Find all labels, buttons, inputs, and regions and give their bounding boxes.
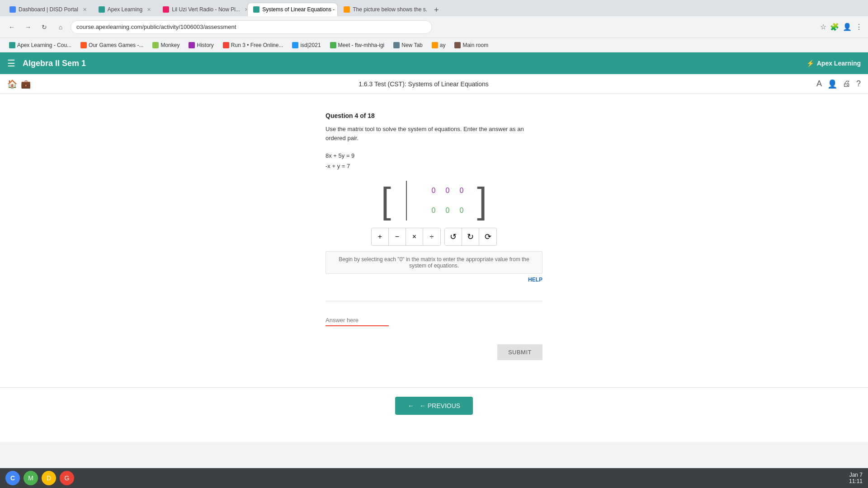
- tab-favicon-music: [163, 6, 169, 13]
- profile-icon[interactable]: 👤: [843, 23, 852, 31]
- arithmetic-operators: + − × ÷: [371, 228, 441, 246]
- tab-favicon-picture: [344, 6, 350, 13]
- app-title: Algebra II Sem 1: [23, 59, 807, 68]
- bookmark-monkey[interactable]: Monkey: [149, 41, 183, 49]
- main-content: Question 4 of 18 Use the matrix tool to …: [0, 94, 868, 442]
- question-container: Question 4 of 18 Use the matrix tool to …: [326, 112, 542, 296]
- tab-dashboard[interactable]: Dashboard | DISD Portal ✕: [4, 3, 93, 16]
- help-link[interactable]: HELP: [528, 277, 542, 283]
- taskbar: C M D G Jan 7 11:11: [0, 468, 868, 488]
- bookmark-run3[interactable]: Run 3 • Free Online...: [219, 41, 287, 49]
- tab-picture[interactable]: The picture below shows the s... ✕: [338, 3, 428, 16]
- tab-apex[interactable]: Apex Learning ✕: [93, 3, 157, 16]
- bookmark-favicon-meet: [330, 42, 336, 48]
- tab-favicon-dashboard: [9, 6, 16, 13]
- settings-icon[interactable]: ⋮: [855, 23, 863, 31]
- tab-bar: Dashboard | DISD Portal ✕ Apex Learning …: [0, 0, 868, 16]
- section-divider: [326, 301, 542, 301]
- app-header: ☰ Algebra II Sem 1 ⚡ Apex Learning: [0, 52, 868, 74]
- bookmark-favicon-apex: [9, 42, 15, 48]
- briefcase-icon[interactable]: 💼: [21, 79, 31, 89]
- address-icons: ☆ 🧩 👤 ⋮: [820, 23, 863, 31]
- taskbar-photos-icon[interactable]: G: [60, 471, 74, 485]
- address-bar: ← → ↻ ⌂ ☆ 🧩 👤 ⋮: [0, 16, 868, 38]
- tab-close-apex[interactable]: ✕: [147, 7, 151, 13]
- multiply-button[interactable]: ×: [406, 228, 423, 245]
- reset-button[interactable]: ⟳: [479, 228, 496, 245]
- bookmark-games[interactable]: Our Games Games -...: [77, 41, 147, 49]
- divide-button[interactable]: ÷: [423, 228, 440, 245]
- print-icon[interactable]: 🖨: [843, 79, 851, 89]
- apex-logo-icon: ⚡: [807, 60, 814, 67]
- bookmark-favicon-monkey: [152, 42, 159, 48]
- equation-2: -x + y = 7: [326, 161, 542, 171]
- bookmark-ay[interactable]: ay: [428, 41, 449, 49]
- bookmark-mainroom[interactable]: Main room: [451, 41, 492, 49]
- bookmarks-bar: Apex Learning - Cou... Our Games Games -…: [0, 38, 868, 52]
- tab-close-dashboard[interactable]: ✕: [83, 7, 87, 13]
- submit-button[interactable]: SUBMIT: [497, 344, 542, 360]
- tab-music[interactable]: Lil Uzi Vert Radio - Now Pl... ✕: [157, 3, 247, 16]
- content-header-title: 1.6.3 Test (CST): Systems of Linear Equa…: [38, 80, 809, 88]
- apex-logo: ⚡ Apex Learning: [807, 60, 861, 67]
- bookmark-meet[interactable]: Meet - ftw-mhha-igi: [326, 41, 388, 49]
- refresh-button[interactable]: ↻: [38, 21, 51, 33]
- matrix-cell-r1c3[interactable]: 0: [450, 182, 473, 199]
- matrix-area: [ 0 0 0 0 0 0 ]: [326, 181, 542, 221]
- forward-button[interactable]: →: [22, 21, 34, 33]
- answer-input[interactable]: [326, 315, 389, 326]
- new-tab-button[interactable]: +: [430, 4, 443, 16]
- home-nav-icon[interactable]: 🏠: [7, 79, 17, 89]
- equation-1: 8x + 5y = 9: [326, 150, 542, 161]
- back-button[interactable]: ←: [5, 21, 18, 33]
- bookmark-favicon-history: [189, 42, 195, 48]
- bookmark-favicon-ay: [432, 42, 438, 48]
- bookmark-star-icon[interactable]: ☆: [820, 23, 826, 31]
- question-instructions: Use the matrix tool to solve the system …: [326, 125, 542, 142]
- help-link-area: HELP: [326, 277, 542, 283]
- translate-icon[interactable]: A: [816, 79, 822, 89]
- add-button[interactable]: +: [372, 228, 389, 245]
- person-icon[interactable]: 👤: [827, 79, 837, 89]
- hamburger-menu-icon[interactable]: ☰: [7, 58, 15, 69]
- bookmark-favicon-mainroom: [454, 42, 461, 48]
- bookmark-history[interactable]: History: [185, 41, 217, 49]
- bookmark-favicon-isd: [292, 42, 298, 48]
- tab-favicon-linear: [253, 6, 259, 13]
- redo-button[interactable]: ↻: [462, 228, 479, 245]
- bookmark-apex[interactable]: Apex Learning - Cou...: [5, 41, 75, 49]
- history-operators: ↺ ↻ ⟳: [444, 228, 497, 246]
- operator-buttons: + − × ÷ ↺ ↻ ⟳: [326, 228, 542, 246]
- undo-button[interactable]: ↺: [445, 228, 462, 245]
- answer-section: [326, 315, 542, 326]
- content-header-left-icons: 🏠 💼: [7, 79, 31, 89]
- bookmark-isd[interactable]: isd|2021: [288, 41, 324, 49]
- taskbar-drive-icon[interactable]: D: [42, 471, 56, 485]
- matrix-wrapper: [ 0 0 0 0 0 0 ]: [381, 181, 487, 221]
- previous-button[interactable]: ← ← PREVIOUS: [395, 397, 473, 415]
- matrix-bracket-right: ]: [477, 183, 487, 219]
- matrix-vertical-divider: [406, 181, 407, 221]
- taskbar-chrome-icon[interactable]: C: [5, 471, 20, 485]
- hint-box: Begin by selecting each "0" in the matri…: [326, 251, 542, 274]
- submit-area: SUBMIT: [326, 344, 542, 360]
- equations: 8x + 5y = 9 -x + y = 7: [326, 150, 542, 172]
- prev-arrow-icon: ←: [408, 402, 414, 409]
- tab-favicon-apex: [99, 6, 105, 13]
- content-header-right-icons: A 👤 🖨 ?: [816, 79, 861, 89]
- subtract-button[interactable]: −: [389, 228, 406, 245]
- taskbar-clock: Jan 7 11:11: [849, 472, 863, 484]
- question-number: Question 4 of 18: [326, 112, 542, 119]
- matrix-bracket-left: [: [381, 183, 391, 219]
- nav-footer: ← ← PREVIOUS: [0, 387, 868, 424]
- address-input[interactable]: [71, 20, 432, 34]
- home-button[interactable]: ⌂: [54, 21, 67, 33]
- extensions-icon[interactable]: 🧩: [830, 23, 839, 31]
- content-header: 🏠 💼 1.6.3 Test (CST): Systems of Linear …: [0, 74, 868, 94]
- tab-linear-equations[interactable]: Systems of Linear Equations - ✕: [247, 3, 338, 16]
- bookmark-newtab[interactable]: New Tab: [390, 41, 426, 49]
- matrix-cell-r2c3[interactable]: 0: [450, 202, 473, 219]
- help-circle-icon[interactable]: ?: [856, 79, 861, 89]
- browser-frame: Dashboard | DISD Portal ✕ Apex Learning …: [0, 0, 868, 488]
- taskbar-meet-icon[interactable]: M: [24, 471, 38, 485]
